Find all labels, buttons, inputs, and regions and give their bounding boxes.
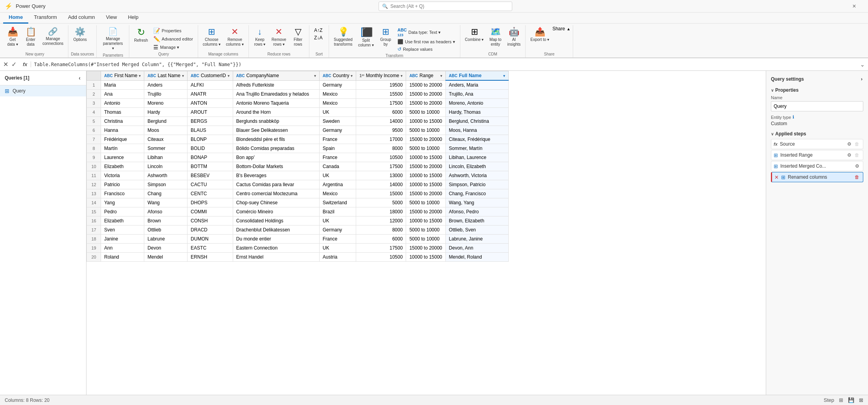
table-row[interactable]: 19 Ann Devon EASTC Eastern Connection UK… xyxy=(87,244,509,253)
table-row[interactable]: 12 Patricio Simpson CACTU Cactus Comidas… xyxy=(87,180,509,189)
step-inserted-range-delete-icon[interactable]: 🗑 xyxy=(853,152,861,158)
combine-button[interactable]: ⊞ Combine ▾ xyxy=(463,26,486,44)
entity-type-label: Entity type xyxy=(771,115,791,120)
monthly-income-cell: 10500 xyxy=(356,153,406,162)
step-inserted-range-gear-icon[interactable]: ⚙ xyxy=(846,152,853,158)
ribbon-group-sort-label: Sort xyxy=(312,51,326,57)
last-name-cell: Moos xyxy=(144,126,188,135)
range-cell: 15000 to 20000 xyxy=(406,189,445,198)
table-row[interactable]: 2 Ana Trujillo ANATR Ana Trujillo Emared… xyxy=(87,90,509,99)
table-row[interactable]: 10 Elizabeth Lincoln BOTTM Bottom-Dollar… xyxy=(87,162,509,171)
main-content: Queries [1] ‹ ⊞ Query ABC First Name ▾ xyxy=(0,71,868,395)
search-input[interactable] xyxy=(390,4,509,9)
table-row[interactable]: 8 Martín Sommer BOLID Bólido Comidas pre… xyxy=(87,144,509,153)
table-row[interactable]: 3 Antonio Moreno ANTON Antonio Moreno Ta… xyxy=(87,99,509,108)
step-source-delete-icon[interactable]: 🗑 xyxy=(853,141,861,147)
table-row[interactable]: 18 Janine Labrune DUMON Du monde entier … xyxy=(87,235,509,244)
table-row[interactable]: 9 Laurence Libihan BONAP Bon app' France… xyxy=(87,153,509,162)
tab-transform[interactable]: Transform xyxy=(28,13,63,24)
replace-values-button[interactable]: ↺ Replace values xyxy=(395,46,458,53)
step-renamed-columns[interactable]: ✕ ⊞ Renamed columns 🗑 xyxy=(771,172,863,182)
last-name-cell: Ashworth xyxy=(144,171,188,180)
step-inserted-merged-gear-icon[interactable]: ⚙ xyxy=(854,163,861,169)
step-source-gear-icon[interactable]: ⚙ xyxy=(846,141,853,147)
properties-button[interactable]: 📝 Properties xyxy=(151,27,195,35)
col-header-company-name[interactable]: ABC CompanyName ▾ xyxy=(233,71,319,81)
manage-parameters-button[interactable]: 📄 Manageparameters ▾ xyxy=(99,26,127,52)
close-button[interactable]: × xyxy=(845,0,863,13)
step-inserted-merged[interactable]: ⊞ Inserted Merged Co... ⚙ xyxy=(771,161,863,171)
country-cell: UK xyxy=(319,108,356,117)
status-icon-table[interactable]: ⊞ xyxy=(839,397,843,403)
col-header-monthly-income[interactable]: 1²³ Monthly Income ▾ xyxy=(356,71,406,81)
col-header-country[interactable]: ABC Country ▾ xyxy=(319,71,356,81)
table-row[interactable]: 1 Maria Anders ALFKI Alfreds Futterkiste… xyxy=(87,80,509,90)
col-header-first-name[interactable]: ABC First Name ▾ xyxy=(101,71,144,81)
keep-rows-button[interactable]: ↓ Keeprows ▾ xyxy=(251,26,268,48)
tab-home[interactable]: Home xyxy=(3,13,28,24)
col-header-last-name[interactable]: ABC Last Name ▾ xyxy=(144,71,188,81)
export-button[interactable]: 📤 Export to ▾ xyxy=(528,26,552,44)
use-first-row-icon: ⬛ xyxy=(397,39,403,44)
step-label[interactable]: Step xyxy=(824,397,834,403)
formula-expand-icon[interactable]: ⌄ xyxy=(860,61,865,68)
sort-desc-button[interactable]: Z↓A xyxy=(312,34,325,41)
manage-button[interactable]: ☰ Manage ▾ xyxy=(151,43,195,51)
table-row[interactable]: 13 Francisco Chang CENTC Centro comercia… xyxy=(87,189,509,198)
formula-cancel-icon[interactable]: ✕ xyxy=(3,61,8,68)
options-button[interactable]: ⚙️ Options xyxy=(71,26,89,44)
ribbon-group-parameters-label: Parameters xyxy=(99,52,127,58)
search-bar[interactable]: 🔍 xyxy=(379,2,512,11)
name-input[interactable] xyxy=(771,101,863,111)
table-body: 1 Maria Anders ALFKI Alfreds Futterkiste… xyxy=(87,80,509,262)
data-type-button[interactable]: ABC123 Data type: Text ▾ xyxy=(395,27,458,38)
panel-expand-icon[interactable]: › xyxy=(860,76,863,83)
map-to-entity-button[interactable]: 🗺️ Map toentity xyxy=(487,26,504,48)
remove-rows-button[interactable]: ✕ Removerows ▾ xyxy=(269,26,289,48)
tab-view[interactable]: View xyxy=(101,13,123,24)
advanced-editor-button[interactable]: ✏️ Advanced editor xyxy=(151,35,195,43)
table-row[interactable]: 4 Thomas Hardy AROUT Around the Horn UK … xyxy=(87,108,509,117)
remove-columns-button[interactable]: ✕ Removecolumns ▾ xyxy=(224,26,246,48)
sidebar-item-query[interactable]: ⊞ Query xyxy=(0,85,86,96)
col-header-customer-id[interactable]: ABC CustomerID ▾ xyxy=(188,71,233,81)
ai-insights-button[interactable]: 🤖 AIinsights xyxy=(505,26,523,48)
use-first-row-button[interactable]: ⬛ Use first row as headers ▾ xyxy=(395,38,458,45)
refresh-button[interactable]: ↻ Refresh xyxy=(132,26,150,44)
formula-confirm-icon[interactable]: ✓ xyxy=(11,61,17,68)
first-name-cell: Yang xyxy=(101,198,144,207)
group-by-button[interactable]: ⊞ Groupby xyxy=(377,26,394,48)
table-row[interactable]: 16 Elizabeth Brown CONSH Consolidated Ho… xyxy=(87,216,509,226)
step-renamed-columns-delete-icon[interactable]: 🗑 xyxy=(853,174,861,180)
monthly-income-cell: 14000 xyxy=(356,117,406,126)
step-source[interactable]: fx Source ⚙ 🗑 xyxy=(771,139,863,149)
table-row[interactable]: 5 Christina Berglund BERGS Berglunds sna… xyxy=(87,117,509,126)
table-row[interactable]: 11 Victoria Ashworth BESBEV B's Beverage… xyxy=(87,171,509,180)
col-header-range[interactable]: ABC Range ▾ xyxy=(406,71,445,81)
first-name-cell: Janine xyxy=(101,235,144,244)
share-label-row[interactable]: Share ▲ xyxy=(552,26,570,31)
status-icon-save[interactable]: 💾 xyxy=(848,397,854,403)
formula-input[interactable] xyxy=(34,62,857,67)
suggested-transforms-button[interactable]: 💡 Suggestedtransforms xyxy=(331,26,355,48)
col-header-full-name[interactable]: ABC Full Name ▾ xyxy=(445,71,508,81)
status-icon-grid[interactable]: ⊠ xyxy=(859,397,863,403)
enter-data-button[interactable]: 📋 Enterdata xyxy=(22,26,39,48)
filter-rows-button[interactable]: ▽ Filterrows xyxy=(289,26,307,48)
split-column-button[interactable]: ⬛ Splitcolumn ▾ xyxy=(356,26,376,49)
tab-add-column[interactable]: Add column xyxy=(63,13,101,24)
table-row[interactable]: 14 Yang Wang DHOPS Chop-suey Chinese Swi… xyxy=(87,198,509,207)
manage-connections-button[interactable]: 🔗 Manageconnections xyxy=(40,26,66,48)
step-inserted-range[interactable]: ⊞ Inserted Range ⚙ 🗑 xyxy=(771,150,863,160)
table-row[interactable]: 17 Sven Ottlieb DRACD Drachenblut Delika… xyxy=(87,226,509,235)
table-row[interactable]: 20 Roland Mendel ERNSH Ernst Handel Aust… xyxy=(87,253,509,262)
get-data-button[interactable]: 📥 Getdata ▾ xyxy=(4,26,21,48)
tab-help[interactable]: Help xyxy=(122,13,144,24)
table-row[interactable]: 6 Hanna Moos BLAUS Blauer See Delikatess… xyxy=(87,126,509,135)
choose-columns-button[interactable]: ⊞ Choosecolumns ▾ xyxy=(200,26,223,48)
table-row[interactable]: 15 Pedro Afonso COMMI Comércio Mineiro B… xyxy=(87,207,509,216)
sort-asc-button[interactable]: A↑Z xyxy=(312,27,325,34)
sidebar-collapse-button[interactable]: ‹ xyxy=(78,74,81,82)
table-row[interactable]: 7 Frédérique Citeaux BLONP Blondesddsl p… xyxy=(87,135,509,144)
ribbon-group-share: 📤 Export to ▾ Share ▲ Share xyxy=(526,25,573,57)
